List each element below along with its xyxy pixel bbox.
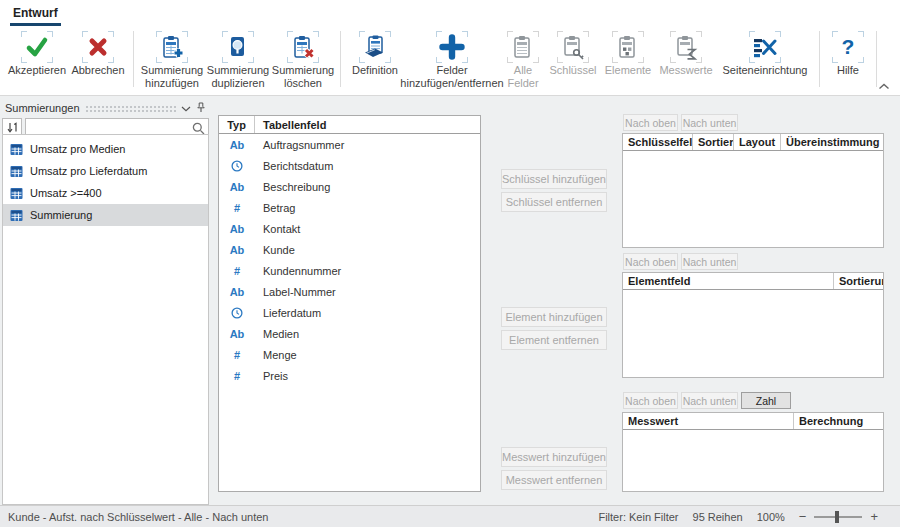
alle-felder-button[interactable]: Alle Felder	[500, 29, 546, 91]
summierung-hinzufuegen-label: Summierung hinzufügen	[139, 64, 205, 90]
schluessel-label: Schlüssel	[549, 64, 596, 77]
text-type-icon: Ab	[230, 139, 245, 151]
date-type-icon	[231, 307, 243, 319]
table-row[interactable]: Ab Label-Nummer	[219, 281, 480, 302]
column-header-uebereinstimmung: Übereinstimmung	[781, 134, 883, 150]
schluessel-hinzufuegen-button[interactable]: Schlüssel hinzufügen	[501, 169, 607, 189]
measures-nach-unten-button[interactable]: Nach unten	[681, 392, 738, 409]
element-entfernen-button[interactable]: Element entfernen	[501, 330, 607, 350]
field-label: Medien	[255, 328, 480, 340]
ribbon-collapse-button[interactable]	[878, 80, 890, 92]
number-type-icon: #	[234, 370, 240, 382]
felder-hinzufuegen-entfernen-button[interactable]: Felder hinzufügen/entfernen	[404, 29, 500, 91]
sigma-icon	[671, 32, 701, 62]
seiteneinrichtung-label: Seiteneinrichtung	[722, 64, 807, 77]
panel-grip	[85, 105, 176, 113]
elements-icon	[613, 32, 643, 62]
zoom-slider-thumb[interactable]	[835, 511, 839, 523]
summierung-duplizieren-button[interactable]: Summierung duplizieren	[205, 29, 271, 91]
text-type-icon: Ab	[230, 244, 245, 256]
ribbon-separator	[876, 31, 877, 87]
column-header-berechnung: Berechnung	[794, 413, 883, 429]
table-row[interactable]: Lieferdatum	[219, 302, 480, 323]
text-type-icon: Ab	[230, 181, 245, 193]
zoom-control: − +	[799, 509, 878, 524]
schluessel-entfernen-button[interactable]: Schlüssel entfernen	[501, 192, 607, 212]
status-right-group: Filter: Kein Filter 95 Reihen 100% − +	[598, 509, 878, 524]
tab-bar: Entwurf	[0, 0, 900, 26]
messwerte-button[interactable]: Messwerte	[656, 29, 716, 91]
hilfe-button[interactable]: ? Hilfe	[825, 29, 871, 91]
field-label: Berichtsdatum	[255, 160, 480, 172]
help-icon: ?	[833, 32, 863, 62]
table-row[interactable]: # Betrag	[219, 197, 480, 218]
abbrechen-button[interactable]: Abbrechen	[68, 29, 128, 91]
schluessel-button[interactable]: Schlüssel	[546, 29, 600, 91]
panel-title: Summierungen	[5, 102, 80, 114]
summierungen-panel-header: Summierungen	[2, 100, 209, 116]
summierungen-list: Umsatz pro Medien Umsatz pro Lieferdatum…	[2, 134, 209, 505]
element-hinzufuegen-button[interactable]: Element hinzufügen	[501, 307, 607, 327]
app-window: Entwurf Akzeptieren Abbrechen	[0, 0, 900, 527]
list-item-umsatz-pro-lieferdatum[interactable]: Umsatz pro Lieferdatum	[3, 160, 208, 182]
elemente-button[interactable]: Elemente	[600, 29, 656, 91]
hilfe-label: Hilfe	[837, 64, 859, 77]
field-label: Menge	[255, 349, 480, 361]
ribbon-separator	[133, 31, 134, 87]
table-row[interactable]: Berichtsdatum	[219, 155, 480, 176]
seiteneinrichtung-button[interactable]: Seiteneinrichtung	[716, 29, 814, 91]
pin-icon[interactable]	[196, 102, 206, 115]
table-row[interactable]: # Kundennummer	[219, 260, 480, 281]
list-item-umsatz-400[interactable]: Umsatz >=400	[3, 182, 208, 204]
zoom-out-button[interactable]: −	[799, 509, 807, 524]
abbrechen-label: Abbrechen	[71, 64, 124, 77]
akzeptieren-label: Akzeptieren	[8, 64, 66, 77]
akzeptieren-button[interactable]: Akzeptieren	[6, 29, 68, 91]
field-label: Preis	[255, 370, 480, 382]
summation-delete-icon	[288, 32, 318, 62]
fields-table-header: Typ Tabellenfeld	[219, 116, 480, 134]
measures-nach-oben-button[interactable]: Nach oben	[623, 392, 678, 409]
column-header-sortierung: Sortierur	[693, 134, 734, 150]
column-header-tabellenfeld: Tabellenfeld	[255, 116, 480, 133]
messwert-hinzufuegen-button[interactable]: Messwert hinzufügen	[501, 447, 607, 467]
table-row[interactable]: Ab Kontakt	[219, 218, 480, 239]
field-label: Auftragsnummer	[255, 139, 480, 151]
ribbon-separator	[819, 31, 820, 87]
summation-icon	[10, 187, 23, 200]
table-row[interactable]: Ab Auftragsnummer	[219, 134, 480, 155]
tab-entwurf[interactable]: Entwurf	[10, 0, 61, 26]
summation-add-icon	[157, 32, 187, 62]
tab-entwurf-label: Entwurf	[13, 6, 58, 20]
ribbon-toolbar: Akzeptieren Abbrechen Summierung hinzuf	[0, 26, 900, 96]
field-label: Betrag	[255, 202, 480, 214]
summierung-loeschen-button[interactable]: Summierung löschen	[271, 29, 335, 91]
summation-icon	[10, 143, 23, 156]
zahl-button[interactable]: Zahl	[741, 392, 791, 409]
check-icon	[22, 32, 52, 62]
keys-nach-unten-button[interactable]: Nach unten	[681, 114, 738, 131]
table-row[interactable]: # Preis	[219, 365, 480, 386]
zoom-in-button[interactable]: +	[870, 509, 878, 524]
keys-nach-oben-button[interactable]: Nach oben	[623, 114, 678, 131]
list-item-summierung[interactable]: Summierung	[3, 204, 208, 226]
column-header-schluesselfeld: Schlüsselfeld	[623, 134, 693, 150]
table-row[interactable]: Ab Kunde	[219, 239, 480, 260]
table-row[interactable]: Ab Beschreibung	[219, 176, 480, 197]
chevron-down-icon[interactable]	[181, 102, 191, 114]
definition-button[interactable]: Definition	[346, 29, 404, 91]
number-type-icon: #	[234, 349, 240, 361]
number-type-icon: #	[234, 265, 240, 277]
table-row[interactable]: # Menge	[219, 344, 480, 365]
elements-nach-oben-button[interactable]: Nach oben	[623, 253, 678, 270]
alle-felder-label: Alle Felder	[500, 64, 546, 90]
zoom-slider[interactable]	[814, 516, 862, 518]
list-item-umsatz-pro-medien[interactable]: Umsatz pro Medien	[3, 138, 208, 160]
messwert-entfernen-button[interactable]: Messwert entfernen	[501, 470, 607, 490]
table-row[interactable]: Ab Medien	[219, 323, 480, 344]
status-filter: Filter: Kein Filter	[598, 511, 678, 523]
field-label: Kunde	[255, 244, 480, 256]
summierung-hinzufuegen-button[interactable]: Summierung hinzufügen	[139, 29, 205, 91]
elements-nach-unten-button[interactable]: Nach unten	[681, 253, 738, 270]
status-summary-text: Kunde - Aufst. nach Schlüsselwert - Alle…	[0, 511, 598, 523]
